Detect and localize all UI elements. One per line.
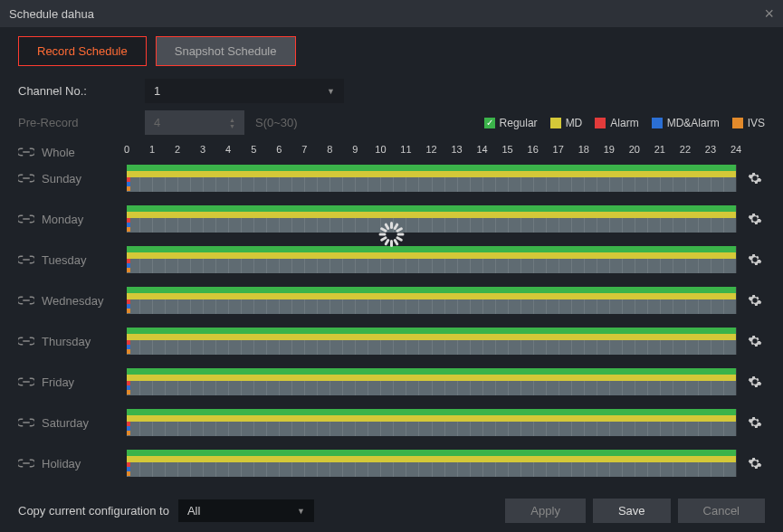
whole-link[interactable]: Whole — [18, 146, 127, 159]
day-label-saturday: Saturday — [42, 416, 89, 430]
day-label-sunday: Sunday — [42, 172, 81, 185]
cancel-button[interactable]: Cancel — [678, 499, 765, 523]
gear-icon-holiday[interactable] — [745, 456, 765, 470]
day-row-tuesday: Tuesday — [18, 242, 765, 278]
hour-4: 4 — [225, 144, 231, 155]
hour-14: 14 — [476, 144, 487, 155]
bar-regular — [127, 368, 736, 375]
bar-regular — [127, 450, 736, 456]
checkbox-regular[interactable]: ✓ — [484, 118, 495, 128]
bar-regular — [127, 246, 736, 252]
bar-md — [127, 456, 736, 462]
hour-3: 3 — [200, 144, 205, 155]
link-icon — [18, 213, 34, 225]
close-icon[interactable]: × — [764, 5, 774, 24]
prerecord-row: Pre-Record 4 ▲▼ S(0~30) ✓Regular MD Alar… — [0, 107, 783, 138]
gear-icon-saturday[interactable] — [745, 415, 765, 430]
hour-18: 18 — [578, 144, 589, 155]
day-label-friday: Friday — [42, 375, 74, 389]
copy-label: Copy current configuration to — [18, 504, 169, 518]
hour-23: 23 — [705, 144, 716, 155]
bar-regular — [127, 205, 736, 212]
swatch-alarm — [595, 118, 606, 128]
timeline-wednesday[interactable] — [127, 287, 736, 314]
day-row-wednesday: Wednesday — [18, 282, 765, 318]
legend-regular: ✓Regular — [484, 117, 538, 129]
link-icon — [18, 146, 34, 158]
day-row-friday: Friday — [18, 364, 765, 400]
hour-24: 24 — [730, 144, 741, 155]
day-link-tuesday[interactable]: Tuesday — [18, 253, 127, 267]
gear-icon-thursday[interactable] — [745, 334, 765, 348]
link-icon — [18, 457, 34, 470]
day-link-holiday[interactable]: Holiday — [18, 457, 127, 470]
apply-button[interactable]: Apply — [505, 499, 586, 523]
gear-icon-friday[interactable] — [745, 375, 765, 389]
window-title: Schedule dahua — [9, 7, 94, 21]
hour-2: 2 — [175, 144, 180, 155]
copy-value: All — [187, 504, 200, 518]
stepper-icon: ▲▼ — [229, 117, 235, 129]
channel-select[interactable]: 1 ▼ — [145, 79, 344, 103]
hour-16: 16 — [528, 144, 539, 155]
day-label-wednesday: Wednesday — [42, 294, 103, 308]
swatch-md — [550, 118, 561, 128]
day-link-friday[interactable]: Friday — [18, 375, 127, 389]
gear-icon-tuesday[interactable] — [745, 252, 765, 267]
bar-ivs — [127, 431, 130, 435]
gear-icon-wednesday[interactable] — [745, 293, 765, 308]
day-row-thursday: Thursday — [18, 323, 765, 359]
channel-label: Channel No.: — [18, 84, 145, 98]
legend-md: MD — [550, 117, 583, 129]
hour-0: 0 — [124, 144, 129, 155]
day-label-holiday: Holiday — [42, 457, 81, 470]
prerecord-input: 4 ▲▼ — [145, 110, 244, 135]
legend-mdalarm: MD&Alarm — [652, 117, 720, 129]
prerecord-label: Pre-Record — [18, 116, 145, 129]
timeline-saturday[interactable] — [127, 409, 736, 436]
copy-target-select[interactable]: All ▼ — [178, 499, 314, 522]
channel-row: Channel No.: 1 ▼ — [0, 75, 783, 107]
save-button[interactable]: Save — [593, 499, 671, 523]
timeline-tuesday[interactable] — [127, 246, 736, 273]
day-link-saturday[interactable]: Saturday — [18, 416, 127, 430]
tabs: Record Schedule Snapshot Schedule — [0, 27, 783, 75]
timeline-monday[interactable] — [127, 205, 736, 233]
bar-md — [127, 252, 736, 259]
bar-regular — [127, 409, 736, 415]
bar-md — [127, 171, 736, 177]
tab-snapshot-schedule[interactable]: Snapshot Schedule — [156, 36, 296, 66]
hour-12: 12 — [425, 144, 436, 155]
tab-record-schedule[interactable]: Record Schedule — [18, 36, 147, 66]
day-link-sunday[interactable]: Sunday — [18, 172, 127, 185]
titlebar: Schedule dahua × — [0, 0, 783, 27]
day-link-monday[interactable]: Monday — [18, 213, 127, 226]
timeline-holiday[interactable] — [127, 450, 736, 477]
hour-1: 1 — [149, 144, 155, 155]
gear-icon-sunday[interactable] — [745, 171, 765, 185]
link-icon — [18, 335, 34, 347]
day-row-saturday: Saturday — [18, 404, 765, 441]
bar-regular — [127, 328, 736, 334]
day-label-tuesday: Tuesday — [42, 253, 86, 267]
hour-labels: 0123456789101112131415161718192021222324 — [127, 144, 736, 160]
bar-ivs — [127, 390, 130, 394]
legend-alarm: Alarm — [595, 117, 638, 129]
timeline-friday[interactable] — [127, 368, 736, 395]
bar-md — [127, 293, 736, 299]
timeline-thursday[interactable] — [127, 328, 736, 355]
swatch-mdalarm — [652, 118, 663, 128]
timeline-sunday[interactable] — [127, 165, 736, 192]
day-link-wednesday[interactable]: Wednesday — [18, 294, 127, 308]
link-icon — [18, 294, 34, 307]
day-link-thursday[interactable]: Thursday — [18, 335, 127, 348]
hour-13: 13 — [451, 144, 462, 155]
bar-md — [127, 415, 736, 422]
hour-6: 6 — [276, 144, 282, 155]
gear-icon-monday[interactable] — [745, 212, 765, 226]
link-icon — [18, 375, 34, 388]
prerecord-hint: S(0~30) — [255, 116, 298, 129]
legend-ivs: IVS — [732, 117, 765, 129]
bar-ivs — [127, 349, 130, 354]
hour-19: 19 — [604, 144, 615, 155]
